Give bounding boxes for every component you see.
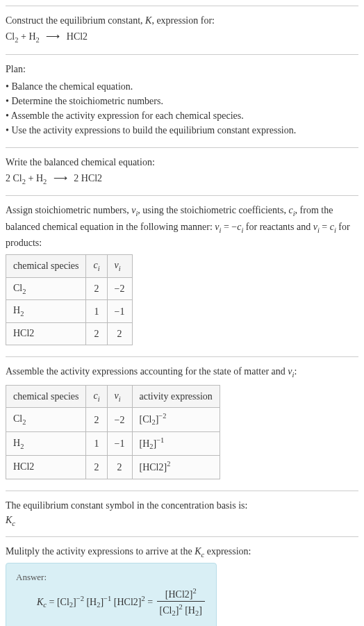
cell-activity: [Cl2]−2 bbox=[132, 408, 220, 431]
col-activity: activity expression bbox=[132, 385, 220, 408]
balanced-heading: Write the balanced chemical equation: bbox=[6, 155, 358, 170]
col-species: chemical species bbox=[6, 255, 86, 278]
coeff: 2 bbox=[6, 173, 13, 183]
cell-activity: [HCl2]2 bbox=[132, 455, 220, 479]
cell-ci: 2 bbox=[86, 277, 107, 300]
activity-heading: Assemble the activity expressions accoun… bbox=[6, 364, 358, 381]
col-ci: ci bbox=[86, 255, 107, 278]
plan-item: Use the activity expressions to build th… bbox=[6, 123, 358, 138]
plan-item: Determine the stoichiometric numbers. bbox=[6, 94, 358, 108]
intro-K: K bbox=[145, 15, 151, 26]
table-header-row: chemical species ci νi bbox=[6, 255, 133, 278]
cell-ci: 2 bbox=[86, 455, 107, 479]
col-ci: ci bbox=[86, 385, 107, 408]
coeff: 2 bbox=[74, 173, 81, 183]
answer-label: Answer: bbox=[16, 570, 206, 584]
species-h2: H2 bbox=[28, 31, 39, 42]
stoich-section: Assign stoichiometric numbers, νi, using… bbox=[6, 195, 358, 356]
cell-ci: 2 bbox=[86, 408, 107, 431]
fraction: [HCl2]2 [Cl2]2 [H2] bbox=[157, 586, 205, 620]
table-header-row: chemical species ci νi activity expressi… bbox=[6, 385, 220, 408]
table-row: HCl2 2 2 bbox=[6, 322, 133, 345]
cell-species: HCl2 bbox=[6, 455, 86, 479]
reaction-arrow: ⟶ bbox=[46, 31, 60, 42]
stoich-text: Assign stoichiometric numbers, νi, using… bbox=[6, 203, 358, 250]
table-row: Cl2 2 −2 bbox=[6, 277, 133, 300]
cell-species: HCl2 bbox=[6, 322, 86, 345]
intro-line1: Construct the equilibrium constant, bbox=[6, 15, 145, 26]
cell-activity: [H2]−1 bbox=[132, 431, 220, 455]
cell-nui: 2 bbox=[107, 455, 132, 479]
intro-section: Construct the equilibrium constant, K, e… bbox=[6, 6, 358, 54]
plan-heading: Plan: bbox=[6, 62, 358, 76]
cell-species: H2 bbox=[6, 300, 86, 323]
cell-nui: −1 bbox=[107, 300, 132, 323]
table-row: HCl2 2 2 [HCl2]2 bbox=[6, 455, 220, 479]
stoich-table: chemical species ci νi Cl2 2 −2 H2 1 −1 … bbox=[6, 254, 133, 345]
col-species: chemical species bbox=[6, 385, 86, 408]
table-row: H2 1 −1 bbox=[6, 300, 133, 323]
species-h2: H2 bbox=[36, 173, 47, 183]
answer-equation: Kc = [Cl2]−2 [H2]−1 [HCl2]2 = [HCl2]2 [C… bbox=[16, 586, 206, 620]
balanced-section: Write the balanced chemical equation: 2 … bbox=[6, 147, 358, 196]
cell-ci: 2 bbox=[86, 322, 107, 345]
kc-symbol-section: The equilibrium constant symbol in the c… bbox=[6, 491, 358, 536]
kc-text: The equilibrium constant symbol in the c… bbox=[6, 498, 358, 513]
plus-sign: + bbox=[18, 31, 28, 42]
reaction-arrow: ⟶ bbox=[53, 173, 67, 183]
plan-item: Balance the chemical equation. bbox=[6, 79, 358, 94]
plan-list: Balance the chemical equation. Determine… bbox=[6, 79, 358, 138]
intro-equation: Cl2 + H2 ⟶ HCl2 bbox=[6, 29, 358, 46]
col-nui: νi bbox=[107, 385, 132, 408]
table-row: H2 1 −1 [H2]−1 bbox=[6, 431, 220, 455]
activity-table: chemical species ci νi activity expressi… bbox=[6, 385, 220, 479]
multiply-section: Mulitply the activity expressions to arr… bbox=[6, 536, 358, 626]
cell-species: H2 bbox=[6, 431, 86, 455]
species-cl2: Cl2 bbox=[13, 173, 26, 183]
cell-nui: −1 bbox=[107, 431, 132, 455]
fraction-numerator: [HCl2]2 bbox=[157, 586, 205, 602]
cell-ci: 1 bbox=[86, 300, 107, 323]
activity-section: Assemble the activity expressions accoun… bbox=[6, 356, 358, 491]
cell-species: Cl2 bbox=[6, 408, 86, 431]
intro-line1b: , expression for: bbox=[151, 15, 215, 26]
table-row: Cl2 2 −2 [Cl2]−2 bbox=[6, 408, 220, 431]
cell-nui: 2 bbox=[107, 322, 132, 345]
species-hcl2: HCl2 bbox=[67, 31, 88, 42]
species-hcl2: HCl2 bbox=[81, 173, 102, 183]
cell-nui: −2 bbox=[107, 408, 132, 431]
intro-text: Construct the equilibrium constant, K, e… bbox=[6, 13, 358, 28]
multiply-text: Mulitply the activity expressions to arr… bbox=[6, 544, 358, 561]
col-nui: νi bbox=[107, 255, 132, 278]
plus-sign: + bbox=[26, 173, 36, 183]
species-cl2: Cl2 bbox=[6, 31, 18, 42]
cell-species: Cl2 bbox=[6, 277, 86, 300]
cell-nui: −2 bbox=[107, 277, 132, 300]
answer-box: Answer: Kc = [Cl2]−2 [H2]−1 [HCl2]2 = [H… bbox=[6, 563, 217, 626]
plan-section: Plan: Balance the chemical equation. Det… bbox=[6, 54, 358, 147]
cell-ci: 1 bbox=[86, 431, 107, 455]
plan-item: Assemble the activity expression for eac… bbox=[6, 108, 358, 123]
balanced-equation: 2 Cl2 + H2 ⟶ 2 HCl2 bbox=[6, 171, 358, 188]
kc-symbol: Kc bbox=[6, 513, 358, 529]
fraction-denominator: [Cl2]2 [H2] bbox=[157, 602, 205, 619]
